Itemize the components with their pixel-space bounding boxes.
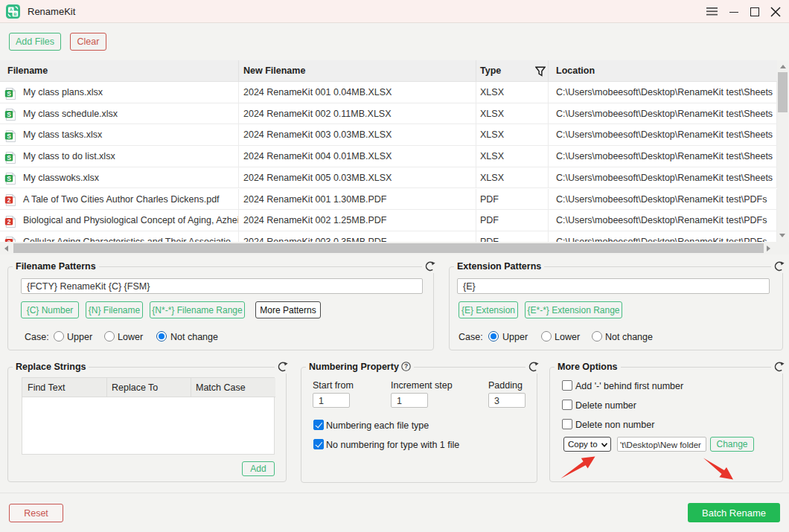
svg-text:?: ? [404, 362, 408, 370]
svg-text:B: B [13, 12, 17, 16]
